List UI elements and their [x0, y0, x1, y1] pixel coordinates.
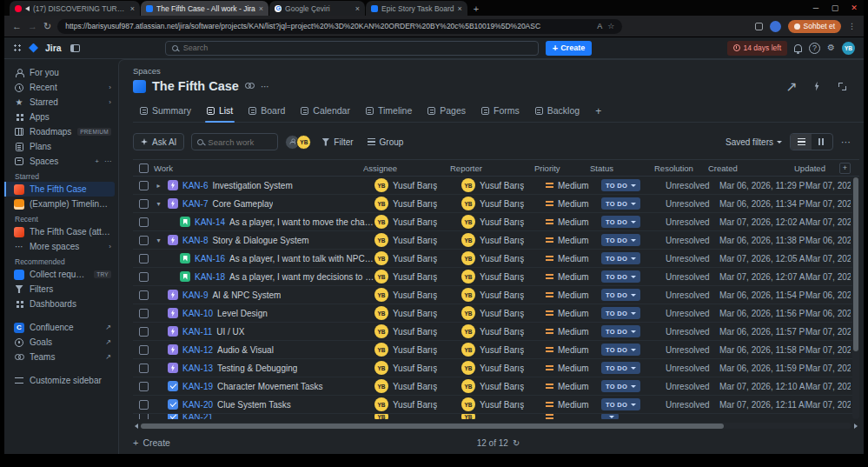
issue-key-link[interactable]: KAN-13 — [182, 364, 213, 373]
status-dropdown[interactable]: TO DO — [601, 270, 640, 283]
global-create-button[interactable]: + Create — [546, 41, 592, 56]
issue-key-link[interactable]: KAN-6 — [182, 181, 208, 190]
issue-key-link[interactable]: KAN-16 — [195, 254, 225, 264]
row-checkbox[interactable] — [139, 345, 149, 355]
global-search-input[interactable] — [183, 43, 532, 52]
horizontal-scroll-thumb[interactable] — [141, 424, 724, 429]
issue-summary[interactable]: As a player, I want to move the characte… — [229, 217, 374, 227]
tab-close-icon[interactable]: × — [458, 4, 462, 13]
status-dropdown[interactable]: TO DO — [601, 197, 640, 210]
row-checkbox[interactable] — [139, 382, 149, 391]
column-assignee[interactable]: Assignee — [363, 163, 450, 173]
browser-tab-youtube[interactable]: (17) DISCOVERING TURKISH ! × — [10, 1, 140, 16]
tab-timeline[interactable]: Timeline — [359, 101, 419, 122]
issue-key-link[interactable]: KAN-19 — [182, 382, 213, 391]
new-tab-button[interactable]: + — [474, 3, 479, 14]
status-dropdown[interactable]: TO DO — [601, 380, 640, 392]
table-settings-icon[interactable]: + — [839, 163, 851, 174]
row-checkbox[interactable] — [139, 309, 149, 318]
sidebar-item-confluence[interactable]: C Confluence ↗ — [4, 320, 118, 335]
back-icon[interactable]: ← — [12, 21, 22, 31]
saved-filters-dropdown[interactable]: Saved filters — [726, 137, 782, 147]
status-dropdown[interactable]: TO DO — [601, 216, 640, 228]
reload-icon[interactable]: ↻ — [43, 21, 51, 32]
expand-chevron-icon[interactable]: ▸ — [154, 182, 163, 190]
add-icon[interactable]: + — [95, 157, 99, 165]
issue-key-link[interactable]: KAN-11 — [182, 327, 212, 337]
work-search-input[interactable] — [208, 137, 272, 147]
table-row[interactable]: KAN-11 UI / UX YB Yusuf Barış YB Yusuf B… — [133, 323, 859, 341]
forward-icon[interactable]: → — [28, 21, 37, 31]
row-checkbox[interactable] — [139, 272, 149, 282]
issue-key-link[interactable]: KAN-21 — [182, 414, 213, 419]
table-row[interactable]: KAN-14 As a player, I want to move the c… — [133, 213, 859, 231]
share-icon[interactable]: ↗ — [782, 78, 801, 94]
tab-close-icon[interactable]: × — [130, 4, 135, 13]
tab-close-icon[interactable]: × — [355, 4, 360, 13]
tab-forms[interactable]: Forms — [474, 101, 527, 122]
column-resolution[interactable]: Resolution — [654, 163, 708, 173]
table-row[interactable]: ▸ KAN-6 Investigation System YB Yusuf Ba… — [133, 177, 859, 195]
issue-summary[interactable]: Investigation System — [212, 181, 292, 190]
translate-icon[interactable]: A — [597, 22, 602, 30]
work-search[interactable] — [191, 133, 278, 150]
jira-logo[interactable] — [29, 43, 38, 53]
table-row[interactable]: KAN-16 As a player, I want to talk with … — [133, 250, 859, 268]
issue-key-link[interactable]: KAN-18 — [195, 272, 225, 282]
vertical-scrollbar[interactable] — [852, 177, 859, 419]
sidebar-item-goals[interactable]: Goals ↗ — [4, 335, 118, 350]
row-checkbox[interactable] — [139, 414, 149, 419]
expand-chevron-icon[interactable]: ▾ — [154, 237, 163, 244]
issue-summary[interactable]: Level Design — [217, 309, 268, 318]
sidebar-item-filters[interactable]: Filters — [4, 282, 118, 297]
row-checkbox[interactable] — [139, 181, 149, 190]
help-icon[interactable]: ? — [809, 43, 820, 54]
browser-menu-icon[interactable]: ⋮ — [848, 22, 856, 30]
expand-chevron-icon[interactable]: ▾ — [154, 200, 163, 208]
row-checkbox[interactable] — [139, 327, 149, 337]
column-work[interactable]: Work — [154, 163, 363, 173]
browser-tab-board[interactable]: Epic Story Task Board × — [366, 1, 467, 16]
tab-summary[interactable]: Summary — [133, 101, 198, 122]
automation-lightning-icon[interactable] — [807, 78, 826, 94]
grouped-view-toggle[interactable] — [812, 134, 832, 150]
fullscreen-icon[interactable] — [832, 78, 851, 94]
status-dropdown[interactable]: TO DO — [601, 252, 640, 264]
add-tab-icon[interactable]: + — [588, 105, 608, 117]
issue-key-link[interactable]: KAN-8 — [182, 236, 208, 245]
table-row[interactable]: KAN-10 Level Design YB Yusuf Barış YB Yu… — [133, 304, 859, 323]
scroll-right-icon[interactable] — [854, 424, 858, 429]
table-row[interactable]: KAN-9 AI & NPC System YB Yusuf Barış YB … — [133, 286, 859, 304]
minimize-button[interactable]: ─ — [806, 0, 825, 16]
row-checkbox[interactable] — [139, 236, 149, 245]
sidebar-project-example-timeline[interactable]: (Example) Timeline Tra... — [4, 197, 118, 211]
status-dropdown[interactable]: TO DO — [601, 362, 640, 374]
browser-profile-avatar[interactable] — [770, 21, 781, 32]
sidebar-item-collect-requests[interactable]: Collect requests TRY — [4, 267, 118, 282]
select-all-checkbox[interactable] — [139, 163, 149, 173]
tab-close-icon[interactable]: × — [259, 4, 263, 13]
group-button[interactable]: Group — [364, 133, 407, 150]
close-button[interactable]: ✕ — [845, 0, 864, 16]
vertical-scroll-thumb[interactable] — [853, 177, 858, 351]
chat-button[interactable]: Sohbet et — [788, 20, 841, 33]
status-dropdown[interactable]: TO DO — [601, 344, 640, 356]
tab-pages[interactable]: Pages — [421, 101, 473, 122]
issue-key-link[interactable]: KAN-7 — [182, 199, 208, 209]
toolbar-more-icon[interactable]: ⋯ — [841, 137, 851, 148]
column-reporter[interactable]: Reporter — [450, 163, 534, 173]
issue-summary[interactable]: As a player, I want to talk with NPC cha… — [229, 254, 374, 264]
table-row[interactable]: KAN-21 YB YB — [133, 414, 859, 419]
table-row[interactable]: KAN-19 Character Movement Tasks YB Yusuf… — [133, 377, 859, 396]
issue-summary[interactable]: Character Movement Tasks — [217, 382, 323, 391]
address-bar[interactable]: https://barisyusuf987.atlassian.net/jira… — [57, 19, 622, 34]
extensions-icon[interactable] — [755, 23, 763, 30]
create-work-item-button[interactable]: + Create — [133, 437, 170, 448]
bookmark-star-icon[interactable]: ☆ — [607, 22, 614, 30]
ask-ai-button[interactable]: Ask AI — [133, 133, 184, 150]
status-dropdown[interactable]: TO DO — [601, 307, 640, 319]
issue-summary[interactable]: UI / UX — [216, 327, 244, 337]
row-checkbox[interactable] — [139, 217, 149, 227]
tab-list[interactable]: List — [200, 101, 240, 122]
app-switcher-icon[interactable] — [13, 43, 22, 52]
